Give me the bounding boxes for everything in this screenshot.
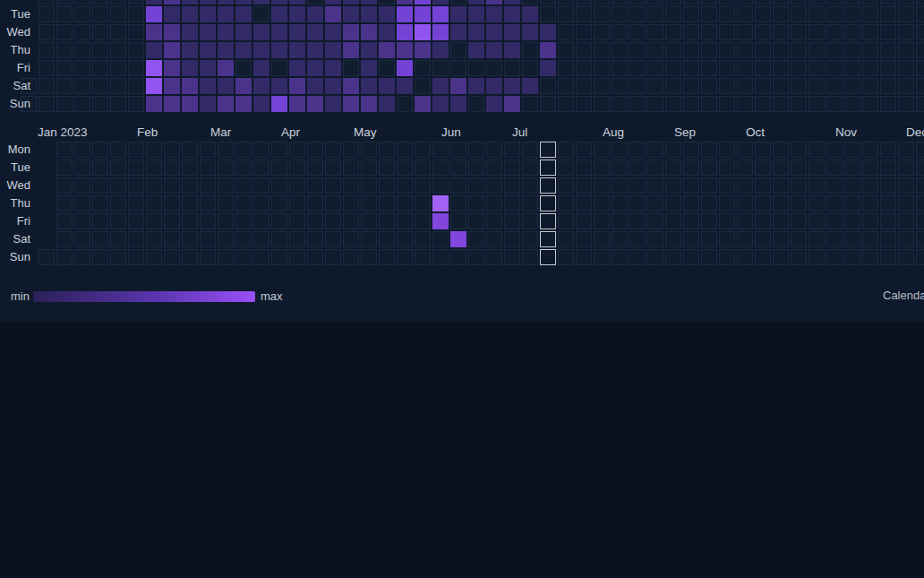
heatmap-cell[interactable] — [343, 24, 359, 40]
heatmap-cell[interactable] — [218, 0, 234, 4]
heatmap-cell[interactable] — [271, 42, 287, 58]
heatmap-cell[interactable] — [182, 60, 198, 76]
heatmap-cell[interactable] — [218, 60, 234, 76]
heatmap-cell[interactable] — [325, 6, 341, 22]
heatmap-cell[interactable] — [289, 78, 305, 94]
heatmap-cell[interactable] — [325, 24, 341, 40]
heatmap-cell[interactable] — [200, 96, 216, 112]
heatmap-cell[interactable] — [182, 24, 198, 40]
heatmap-cell[interactable] — [235, 0, 252, 4]
heatmap-cell[interactable] — [397, 60, 413, 76]
heatmap-cell[interactable] — [271, 6, 287, 22]
heatmap-cell[interactable] — [432, 96, 449, 112]
heatmap-cell[interactable] — [468, 0, 484, 4]
heatmap-cell[interactable] — [486, 42, 502, 58]
heatmap-cell[interactable] — [289, 6, 305, 22]
calendar-link[interactable]: Calendar — [883, 289, 924, 302]
heatmap-cell[interactable] — [450, 78, 466, 94]
heatmap-cell[interactable] — [325, 42, 341, 58]
heatmap-cell[interactable] — [200, 78, 216, 94]
heatmap-cell[interactable] — [146, 78, 162, 94]
heatmap-cell[interactable] — [450, 6, 466, 22]
heatmap-cell[interactable] — [361, 78, 377, 94]
heatmap-cell[interactable] — [415, 6, 431, 22]
heatmap-cell[interactable] — [253, 0, 270, 4]
heatmap-cell[interactable] — [415, 24, 431, 40]
heatmap-cell[interactable] — [271, 78, 287, 94]
heatmap-cell[interactable] — [200, 42, 216, 58]
heatmap-cell[interactable] — [235, 6, 252, 22]
heatmap-cell[interactable] — [343, 6, 359, 22]
heatmap-cell[interactable] — [379, 78, 395, 94]
heatmap-cell[interactable] — [432, 0, 449, 4]
heatmap-cell[interactable] — [146, 96, 162, 112]
heatmap-cell[interactable] — [486, 96, 502, 112]
heatmap-cell[interactable] — [361, 60, 377, 76]
heatmap-cell[interactable] — [450, 24, 466, 40]
heatmap-cell[interactable] — [504, 24, 520, 40]
heatmap-cell[interactable] — [253, 60, 270, 76]
heatmap-cell[interactable] — [164, 96, 180, 112]
heatmap-cell[interactable] — [289, 42, 305, 58]
heatmap-cell[interactable] — [361, 0, 377, 4]
heatmap-cell[interactable] — [182, 78, 198, 94]
heatmap-cell[interactable] — [218, 42, 234, 58]
heatmap-cell[interactable] — [450, 96, 466, 112]
heatmap-cell[interactable] — [432, 42, 449, 58]
heatmap-cell[interactable] — [504, 6, 520, 22]
heatmap-cell[interactable] — [200, 0, 216, 4]
heatmap-cell[interactable] — [164, 42, 180, 58]
heatmap-cell[interactable] — [218, 6, 234, 22]
heatmap-cell[interactable] — [361, 24, 377, 40]
heatmap-cell[interactable] — [325, 0, 341, 4]
heatmap-cell[interactable] — [504, 42, 520, 58]
heatmap-cell[interactable] — [200, 24, 216, 40]
heatmap-cell[interactable] — [379, 42, 395, 58]
heatmap-cell[interactable] — [361, 6, 377, 22]
heatmap-cell[interactable] — [397, 24, 413, 40]
heatmap-cell[interactable] — [289, 60, 305, 76]
heatmap-cell[interactable] — [468, 78, 484, 94]
heatmap-cell[interactable] — [307, 96, 323, 112]
heatmap-cell[interactable] — [468, 42, 484, 58]
heatmap-cell[interactable] — [397, 0, 413, 4]
heatmap-cell[interactable] — [218, 96, 234, 112]
heatmap-cell[interactable] — [415, 96, 431, 112]
heatmap-cell[interactable] — [200, 6, 216, 22]
heatmap-cell[interactable] — [253, 78, 270, 94]
heatmap-cell[interactable] — [307, 60, 323, 76]
heatmap-cell[interactable] — [486, 78, 502, 94]
heatmap-cell[interactable] — [486, 0, 502, 4]
heatmap-cell[interactable] — [146, 60, 162, 76]
heatmap-cell[interactable] — [432, 78, 449, 94]
heatmap-cell[interactable] — [432, 24, 449, 40]
heatmap-cell[interactable] — [379, 96, 395, 112]
heatmap-cell[interactable] — [218, 78, 234, 94]
heatmap-cell[interactable] — [235, 96, 252, 112]
heatmap-cell[interactable] — [182, 0, 198, 4]
heatmap-cell[interactable] — [164, 6, 180, 22]
heatmap-cell[interactable] — [379, 24, 395, 40]
heatmap-cell[interactable] — [343, 96, 359, 112]
heatmap-cell[interactable] — [164, 60, 180, 76]
heatmap-cell[interactable] — [307, 78, 323, 94]
heatmap-cell[interactable] — [164, 24, 180, 40]
heatmap-cell[interactable] — [486, 24, 502, 40]
heatmap-cell[interactable] — [307, 6, 323, 22]
heatmap-cell[interactable] — [361, 96, 377, 112]
heatmap-cell[interactable] — [164, 78, 180, 94]
heatmap-cell[interactable] — [325, 96, 341, 112]
heatmap-cell[interactable] — [182, 42, 198, 58]
heatmap-cell[interactable] — [450, 231, 466, 247]
heatmap-cell[interactable] — [486, 6, 502, 22]
heatmap-cell[interactable] — [182, 6, 198, 22]
heatmap-cell[interactable] — [522, 24, 538, 40]
heatmap-cell[interactable] — [253, 96, 270, 112]
heatmap-cell[interactable] — [540, 60, 556, 76]
heatmap-cell[interactable] — [289, 96, 305, 112]
heatmap-cell[interactable] — [307, 42, 323, 58]
heatmap-cell[interactable] — [504, 0, 520, 4]
heatmap-cell[interactable] — [415, 0, 431, 4]
heatmap-cell[interactable] — [504, 96, 520, 112]
heatmap-cell[interactable] — [504, 78, 520, 94]
